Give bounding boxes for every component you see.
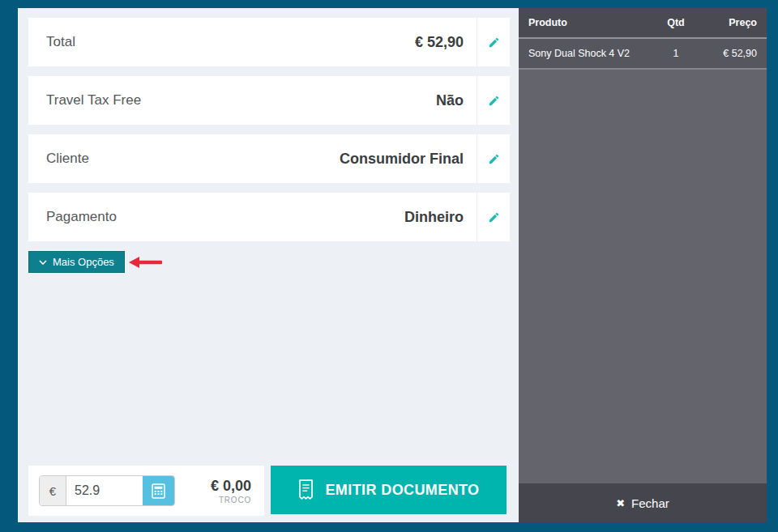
edit-pagamento-button[interactable] — [477, 193, 510, 241]
pos-dialog: Total € 52,90 Travel Tax Free Não Client… — [18, 8, 767, 522]
close-icon: ✖ — [616, 497, 625, 509]
cart-item-product: Sony Dual Shock 4 V2 — [528, 48, 652, 59]
red-arrow-annotation — [129, 256, 163, 269]
close-button[interactable]: ✖ Fechar — [519, 483, 767, 522]
travel-tax-free-value: Não — [436, 92, 477, 109]
cart-item-row[interactable]: Sony Dual Shock 4 V2 1 € 52,90 — [519, 39, 767, 70]
column-header-qtd: Qtd — [652, 17, 700, 28]
cart-item-price: € 52,90 — [700, 48, 757, 59]
summary-row-total: Total € 52,90 — [28, 18, 510, 66]
column-header-preco: Preço — [700, 17, 757, 28]
cliente-value: Consumidor Final — [340, 151, 477, 168]
pencil-icon — [488, 211, 500, 223]
calculator-button[interactable] — [143, 476, 174, 505]
edit-travel-tax-free-button[interactable] — [477, 76, 510, 125]
currency-addon: € — [40, 476, 66, 505]
amount-input-group: € — [39, 475, 175, 506]
document-icon — [297, 479, 314, 500]
pencil-icon — [488, 95, 500, 107]
payment-bar: € € 0,00 TROCO — [28, 466, 507, 516]
more-options-label: Mais Opções — [53, 256, 114, 268]
more-options-button[interactable]: Mais Opções — [28, 251, 125, 273]
cliente-label: Cliente — [28, 151, 89, 167]
pencil-icon — [488, 153, 500, 165]
cart-item-qty: 1 — [652, 48, 700, 59]
change-label: TROCO — [211, 496, 251, 504]
options-line: Mais Opções — [28, 251, 510, 273]
chevron-down-icon — [39, 260, 47, 265]
emit-document-label: EMITIR DOCUMENTO — [325, 482, 479, 499]
edit-cliente-button[interactable] — [477, 134, 510, 183]
emit-document-button[interactable]: EMITIR DOCUMENTO — [271, 466, 507, 514]
summary-row-travel-tax-free: Travel Tax Free Não — [28, 76, 510, 125]
amount-input[interactable] — [66, 476, 143, 505]
cart-empty-area — [519, 70, 767, 483]
total-value: € 52,90 — [415, 34, 477, 51]
pagamento-label: Pagamento — [28, 209, 117, 225]
travel-tax-free-label: Travel Tax Free — [28, 92, 141, 109]
calculator-icon — [152, 483, 165, 499]
edit-total-button[interactable] — [477, 18, 510, 66]
change-display: € 0,00 TROCO — [211, 477, 254, 504]
checkout-panel: Total € 52,90 Travel Tax Free Não Client… — [18, 8, 519, 522]
total-label: Total — [28, 34, 75, 50]
pencil-icon — [488, 36, 500, 49]
change-value: € 0,00 — [211, 477, 251, 496]
summary-row-pagamento: Pagamento Dinheiro — [28, 193, 510, 241]
cart-panel: Produto Qtd Preço Sony Dual Shock 4 V2 1… — [519, 8, 767, 522]
summary-row-cliente: Cliente Consumidor Final — [28, 134, 510, 183]
payment-amount-card: € € 0,00 TROCO — [28, 466, 264, 516]
column-header-produto: Produto — [528, 17, 652, 28]
cart-table-header: Produto Qtd Preço — [519, 8, 767, 39]
pagamento-value: Dinheiro — [404, 209, 477, 226]
close-label: Fechar — [631, 496, 669, 510]
